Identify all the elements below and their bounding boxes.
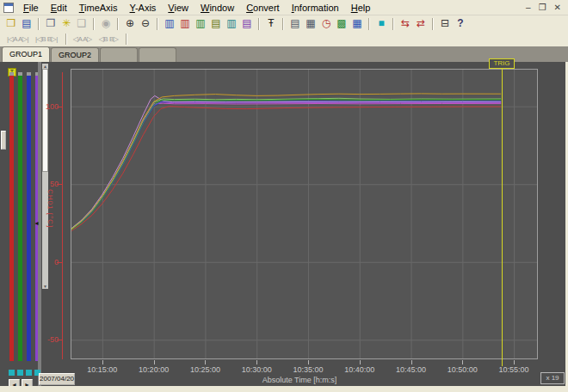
view-split-icon[interactable]: ▥ [224,16,239,31]
x-tick-label: 10:40:00 [338,365,381,374]
channel-marker-squares [9,370,40,376]
x-tick-label: 10:25:00 [183,365,226,374]
menu-item-timeaxis[interactable]: TimeAxis [73,1,124,15]
app-icon[interactable] [3,3,14,13]
x-tick-mark [256,360,257,364]
color-panel-icon[interactable]: ■ [374,16,389,31]
scaling-icon[interactable]: Ŧ [263,16,279,31]
print-icon[interactable]: ⊟ [437,16,453,31]
x-tick-label: 10:45:00 [390,365,433,374]
series-line-ch-blue [71,101,501,230]
view-values-icon[interactable]: ▥ [193,16,208,31]
x-tick-label: 10:15:00 [81,365,124,374]
overview-vertical-scrollbar[interactable]: ▲ ▼ [42,64,48,289]
clock-icon[interactable]: ◷ [318,16,334,31]
scroll-down-icon[interactable]: ▼ [42,284,48,289]
y-tick-label: 100 [33,102,59,111]
tab-group1[interactable]: GROUP1 [2,46,50,62]
film-icon[interactable]: ▤ [287,16,303,31]
toolbar-separator [282,18,284,30]
menu-item-edit[interactable]: Edit [45,1,73,15]
y-axis-title: CH01 [°C] [46,189,54,228]
minimize-button[interactable]: – [526,3,531,12]
toolbar-separator [157,18,158,30]
x-tick-label: 10:20:00 [133,365,176,374]
menu-item-help[interactable]: Help [345,1,377,15]
copy-icon[interactable]: ❐ [43,16,59,31]
trigger-line [502,69,503,366]
view-horizontal-icon[interactable]: ▤ [208,16,224,31]
save-icon[interactable]: ▤ [19,16,34,31]
menu-bar: FileEditTimeAxisY-AxisViewWindowConvertI… [0,0,568,15]
series-line-ch-red [71,107,501,231]
menu-item-view[interactable]: View [162,1,194,15]
toolbar-separator [392,18,394,30]
channel-trace-bar-1 [9,76,14,361]
toolbar-separator [38,18,40,30]
paste-icon: ❑ [74,16,90,31]
window-controls: – ❐ ✕ [526,3,568,12]
channel-marker [9,370,15,376]
series-line-ch-purple [71,102,501,230]
cursorbar-separator [126,34,127,45]
viewer-content: T ◄ ▲ ▼ ◄ ► 100500-50 CH01 [°C] TRIG 10:… [0,62,568,392]
splitter-grip[interactable] [1,131,6,150]
channel-trace-bar-2 [18,76,22,361]
channel-trace-bar-3 [27,76,31,361]
main-toolbar: ❒▤❐✳❑◉⊕⊖▥▥▥▤▥▤Ŧ▤▦◷▩▦■⇆⇄⊟? [0,15,568,32]
menu-item-y-axis[interactable]: Y-Axis [124,1,163,15]
view-bars-icon[interactable]: ▥ [177,16,193,31]
convert-prev-icon[interactable]: ⇆ [398,16,413,31]
tab-group2[interactable]: GROUP2 [51,47,99,62]
series-line-ch-lightgreen [71,98,501,229]
tab-blank[interactable] [139,47,176,62]
y-tick-label: 50 [33,180,59,188]
series-line-ch-violet [71,95,501,228]
cursor-button: |◁A A▷| [4,34,31,45]
open-icon[interactable]: ❒ [3,16,19,31]
y-axis-line [62,72,63,359]
window-edge-bottom [0,386,568,392]
toolbar-separator [432,18,434,30]
x-tick-mark [514,360,515,364]
cursorbar-separator [65,34,67,45]
toolbar-separator [258,18,260,30]
x-tick-label: 10:35:00 [287,365,330,374]
convert-next-icon[interactable]: ⇄ [413,16,429,31]
x-tick-label: 10:55:00 [492,365,535,374]
cursor-button: |◁B B▷| [33,34,60,45]
x-axis-title: Absolute Time [h:m:s] [231,376,368,384]
zoom-out-icon[interactable]: ⊖ [138,16,153,31]
record-icon: ◉ [98,16,114,31]
zoom-in-icon[interactable]: ⊕ [122,16,138,31]
x-tick-mark [411,360,412,364]
close-button[interactable]: ✕ [554,3,561,12]
group-tab-bar: GROUP1GROUP2 [0,46,568,62]
series-line-ch-magenta [71,103,501,229]
mosaic-icon[interactable]: ▩ [334,16,349,31]
tab-blank[interactable] [100,47,138,62]
view-waveform-icon[interactable]: ▥ [162,16,177,31]
x-tick-label: 10:30:00 [235,365,278,374]
y-tick-label: 0 [33,258,59,266]
cursor-button: ◁A A▷ [71,34,95,45]
grid-view-icon[interactable]: ▦ [349,16,365,31]
restore-button[interactable]: ❐ [539,3,546,12]
menu-item-convert[interactable]: Convert [240,1,286,15]
menu-item-window[interactable]: Window [194,1,240,15]
collapse-arrow-icon[interactable]: ◄ [34,220,40,226]
channel-marker [17,370,23,376]
help-icon[interactable]: ? [453,16,468,31]
sheet-icon[interactable]: ▦ [303,16,318,31]
plot-area[interactable] [71,69,538,359]
toolbar-separator [368,18,370,30]
menu-item-information[interactable]: Information [286,1,345,15]
x-tick-label: 10:50:00 [441,365,484,374]
link-settings-icon[interactable]: ✳ [59,16,74,31]
view-overlay-icon[interactable]: ▤ [239,16,255,31]
date-label: 2007/04/20 [39,373,75,385]
x-tick-mark [308,360,309,364]
x-tick-mark [154,360,155,364]
scrollbar-thumb[interactable] [42,69,48,172]
menu-item-file[interactable]: File [17,1,45,15]
